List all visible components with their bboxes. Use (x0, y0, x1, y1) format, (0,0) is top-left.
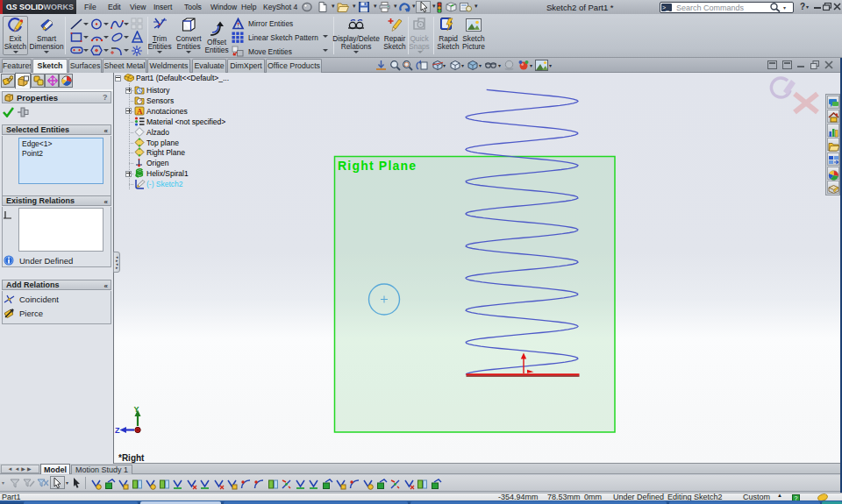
svg-text:Y: Y (134, 405, 139, 414)
svg-text:A: A (137, 107, 143, 116)
svg-text:Right Plane: Right Plane (338, 159, 417, 173)
svg-text:Z: Z (115, 426, 120, 435)
